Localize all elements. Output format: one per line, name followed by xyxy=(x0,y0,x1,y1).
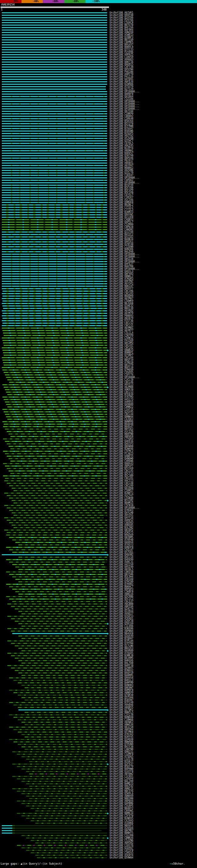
hit-alignment-bar[interactable] xyxy=(7,653,107,654)
hit-alignment-bar[interactable] xyxy=(2,328,107,329)
hit-alignment-bar[interactable] xyxy=(18,744,107,745)
hit-alignment-bar[interactable] xyxy=(35,810,107,811)
hit-alignment-bar[interactable] xyxy=(9,690,107,691)
hit-alignment-bar[interactable] xyxy=(2,347,107,348)
hit-alignment-bar[interactable] xyxy=(22,793,107,794)
hit-alignment-bar[interactable] xyxy=(17,754,107,755)
hit-alignment-bar[interactable] xyxy=(22,626,107,627)
hit-alignment-bar[interactable] xyxy=(11,668,107,669)
hit-alignment-bar[interactable] xyxy=(2,397,107,398)
hit-alignment-bar[interactable] xyxy=(2,175,107,176)
hit-alignment-bar[interactable] xyxy=(13,729,107,730)
hit-alignment-bar[interactable] xyxy=(10,473,107,474)
hit-alignment-bar[interactable] xyxy=(2,27,107,28)
hit-alignment-bar[interactable] xyxy=(4,399,107,400)
hit-alignment-bar[interactable] xyxy=(2,264,107,265)
hit-alignment-bar[interactable] xyxy=(2,49,107,50)
hit-alignment-bar[interactable] xyxy=(4,493,107,494)
hit-alignment-bar[interactable] xyxy=(2,126,107,127)
hit-alignment-bar[interactable] xyxy=(29,761,107,762)
hit-alignment-bar[interactable] xyxy=(2,57,107,58)
hit-alignment-bar[interactable] xyxy=(2,15,107,16)
hit-alignment-bar[interactable] xyxy=(18,719,107,720)
hit-alignment-bar[interactable] xyxy=(4,335,107,336)
hit-alignment-bar[interactable] xyxy=(31,852,107,853)
hit-alignment-bar[interactable] xyxy=(2,254,107,255)
hit-alignment-bar[interactable] xyxy=(12,751,107,752)
hit-alignment-bar[interactable] xyxy=(2,323,107,323)
hit-alignment-bar[interactable] xyxy=(9,522,107,523)
hit-alignment-bar[interactable] xyxy=(7,641,107,641)
hit-alignment-bar[interactable] xyxy=(19,673,107,673)
hit-alignment-bar[interactable] xyxy=(22,685,107,686)
hit-alignment-bar[interactable] xyxy=(6,392,107,393)
hit-alignment-bar[interactable] xyxy=(9,458,107,459)
hit-alignment-bar[interactable] xyxy=(19,569,107,570)
hit-alignment-bar[interactable] xyxy=(2,259,107,259)
hit-alignment-bar[interactable] xyxy=(2,227,107,227)
hit-alignment-bar[interactable] xyxy=(7,419,107,420)
hit-alignment-bar[interactable] xyxy=(26,759,107,760)
hit-alignment-bar[interactable] xyxy=(22,650,107,651)
hit-alignment-bar[interactable] xyxy=(2,301,107,302)
hit-alignment-bar[interactable] xyxy=(17,845,107,846)
hit-alignment-bar[interactable] xyxy=(5,441,107,442)
hit-alignment-bar[interactable] xyxy=(2,278,107,279)
hit-alignment-bar[interactable] xyxy=(9,434,107,434)
hit-alignment-bar[interactable] xyxy=(2,12,107,13)
hit-alignment-bar[interactable] xyxy=(2,370,107,370)
hit-alignment-bar[interactable] xyxy=(7,406,107,407)
hit-alignment-bar[interactable] xyxy=(15,609,107,609)
hit-alignment-bar[interactable] xyxy=(2,229,107,230)
hit-accession-label[interactable]: UniRef100_Q59W04 xyxy=(109,857,133,859)
hit-alignment-bar[interactable] xyxy=(9,739,107,740)
hit-alignment-bar[interactable] xyxy=(2,22,107,23)
hit-alignment-bar[interactable] xyxy=(2,182,107,183)
hit-alignment-bar[interactable] xyxy=(2,54,107,55)
hit-alignment-bar[interactable] xyxy=(2,76,107,77)
hit-alignment-bar[interactable] xyxy=(4,530,107,530)
hit-alignment-bar[interactable] xyxy=(2,291,107,291)
hit-alignment-bar[interactable] xyxy=(2,830,102,831)
hit-alignment-bar[interactable] xyxy=(5,402,107,402)
hit-alignment-bar[interactable] xyxy=(2,160,107,161)
hit-alignment-bar[interactable] xyxy=(9,446,107,447)
hit-alignment-bar[interactable] xyxy=(6,584,107,585)
hit-alignment-bar[interactable] xyxy=(7,495,107,496)
hit-alignment-bar[interactable] xyxy=(2,212,107,213)
hit-alignment-bar[interactable] xyxy=(6,559,107,560)
hit-alignment-bar[interactable] xyxy=(2,130,107,131)
hit-alignment-bar[interactable] xyxy=(2,244,107,245)
hit-alignment-bar[interactable] xyxy=(2,96,107,97)
hit-alignment-bar[interactable] xyxy=(2,283,107,284)
hit-alignment-bar[interactable] xyxy=(2,231,107,232)
hit-alignment-bar[interactable] xyxy=(2,350,107,351)
hit-alignment-bar[interactable] xyxy=(3,463,107,464)
hit-alignment-bar[interactable] xyxy=(9,510,107,511)
hit-alignment-bar[interactable] xyxy=(9,702,107,703)
hit-alignment-bar[interactable] xyxy=(2,141,107,141)
hit-alignment-bar[interactable] xyxy=(12,552,107,553)
hit-alignment-bar[interactable] xyxy=(2,219,107,220)
hit-alignment-bar[interactable] xyxy=(31,840,107,841)
hit-alignment-bar[interactable] xyxy=(2,123,107,124)
hit-alignment-bar[interactable] xyxy=(25,724,107,725)
hit-alignment-bar[interactable] xyxy=(7,379,107,380)
hit-alignment-bar[interactable] xyxy=(15,658,107,659)
hit-alignment-bar[interactable] xyxy=(9,498,107,498)
hit-alignment-bar[interactable] xyxy=(4,480,107,481)
hit-alignment-bar[interactable] xyxy=(2,20,107,21)
hit-alignment-bar[interactable] xyxy=(2,276,107,277)
hit-alignment-bar[interactable] xyxy=(25,687,107,688)
hit-alignment-bar[interactable] xyxy=(2,91,107,92)
hit-alignment-bar[interactable] xyxy=(11,655,107,656)
hit-alignment-bar[interactable] xyxy=(18,732,107,733)
hit-alignment-bar[interactable] xyxy=(2,37,107,38)
hit-alignment-bar[interactable] xyxy=(19,557,107,558)
hit-alignment-bar[interactable] xyxy=(2,108,107,109)
hit-alignment-bar[interactable] xyxy=(15,542,107,543)
hit-alignment-bar[interactable] xyxy=(2,187,107,188)
hit-alignment-bar[interactable] xyxy=(4,505,107,506)
hit-alignment-bar[interactable] xyxy=(35,842,107,843)
hit-alignment-bar[interactable] xyxy=(17,766,107,767)
